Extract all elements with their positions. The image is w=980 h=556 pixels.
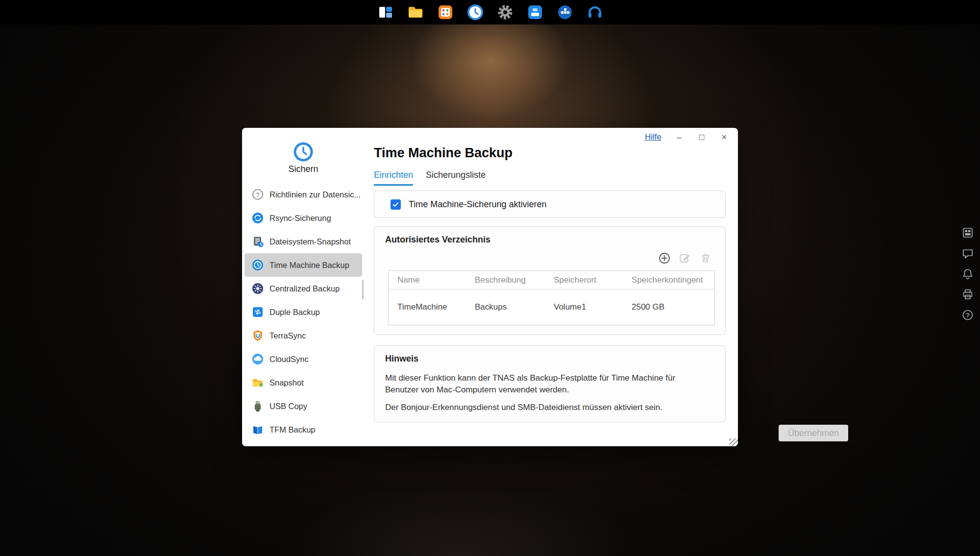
- sidebar-item-duple-backup[interactable]: Duple Backup: [245, 300, 362, 324]
- sidebar-scrollbar[interactable]: [362, 280, 364, 299]
- edit-icon[interactable]: [678, 251, 692, 265]
- sidebar-item-label: Rsync-Sicherung: [270, 214, 331, 223]
- tfm-backup-icon: [251, 423, 264, 436]
- authorized-directory-title: Autorisiertes Verzeichnis: [385, 235, 490, 245]
- printer-icon[interactable]: [961, 288, 974, 301]
- cell-quota: 2500 GB: [623, 290, 714, 325]
- cell-description: Backups: [466, 290, 545, 325]
- sidebar-item-label: Dateisystem-Snapshot: [270, 237, 351, 246]
- tab-bar: Einrichten Sicherungsliste: [374, 170, 486, 186]
- taskbar: [0, 0, 980, 24]
- table-header-row: Name Beschreibung Speicherort Speicherko…: [389, 271, 714, 290]
- sidebar-item-tfm-backup[interactable]: TFM Backup: [245, 418, 362, 441]
- hint-text-2: Der Bonjour-Erkennungsdienst und SMB-Dat…: [385, 402, 710, 413]
- table-row[interactable]: TimeMachine Backups Volume1 2500 GB: [389, 290, 714, 325]
- sidebar-item-label: Richtlinien zur Datensic...: [270, 190, 361, 199]
- backup-clock-icon[interactable]: [466, 3, 484, 21]
- minimize-button[interactable]: –: [674, 132, 684, 142]
- authorized-directory-card: Autorisiertes Verzeichnis Name Beschreib…: [374, 226, 726, 335]
- sidebar-item-centralized-backup[interactable]: Centralized Backup: [245, 277, 362, 300]
- terrasync-icon: [251, 329, 264, 342]
- filesystem-snapshot-icon: [251, 235, 264, 248]
- widgets-icon[interactable]: [961, 226, 974, 239]
- delete-icon[interactable]: [699, 251, 712, 265]
- sidebar-item-cloudsync[interactable]: CloudSync: [245, 347, 362, 371]
- authorized-directory-table: Name Beschreibung Speicherort Speicherko…: [388, 270, 715, 325]
- desktop-side-panel: ?: [961, 226, 974, 321]
- sidebar-item-label: Time Machine Backup: [270, 261, 349, 270]
- notifications-icon[interactable]: [961, 267, 974, 280]
- sidebar-item-usb-copy[interactable]: USB Copy: [245, 394, 362, 418]
- cloudsync-icon: [251, 353, 264, 365]
- feedback-icon[interactable]: [961, 247, 974, 260]
- sidebar-item-time-machine-backup[interactable]: Time Machine Backup: [245, 253, 362, 277]
- docker-icon[interactable]: [556, 3, 574, 21]
- enable-checkbox[interactable]: [391, 199, 401, 210]
- policy-help-icon: ?: [251, 188, 264, 201]
- sidebar-item-label: CloudSync: [270, 355, 309, 364]
- column-header-description: Beschreibung: [466, 271, 545, 289]
- sidebar-item-label: TerraSync: [270, 331, 306, 340]
- app-label: Sichern: [242, 164, 365, 174]
- control-panel-icon[interactable]: [437, 3, 454, 21]
- sidebar-item-dateisystem-snapshot[interactable]: Dateisystem-Snapshot: [245, 230, 362, 253]
- sidebar-item-label: Centralized Backup: [270, 284, 340, 293]
- close-button[interactable]: ×: [719, 132, 729, 142]
- help-link[interactable]: Hilfe: [645, 132, 662, 142]
- enable-card: Time Machine-Sicherung aktivieren: [374, 191, 726, 218]
- hint-title: Hinweis: [385, 354, 418, 364]
- tab-einrichten[interactable]: Einrichten: [374, 170, 413, 186]
- sidebar-item-snapshot[interactable]: Snapshot: [245, 371, 362, 394]
- sidebar-item-label: Snapshot: [270, 378, 304, 387]
- app-blue-icon[interactable]: [526, 3, 544, 21]
- time-machine-backup-window: Hilfe – □ × Sichern ? Richtlinien zur Da…: [242, 128, 738, 446]
- tab-sicherungsliste[interactable]: Sicherungsliste: [426, 170, 486, 186]
- apply-button[interactable]: Übernehmen: [779, 425, 848, 441]
- sidebar: Sichern ? Richtlinien zur Datensic... Rs…: [242, 128, 365, 446]
- page-title: Time Machine Backup: [374, 145, 513, 161]
- window-manager-icon[interactable]: [377, 3, 394, 21]
- sidebar-item-label: TFM Backup: [270, 425, 316, 435]
- cell-location: Volume1: [545, 290, 623, 325]
- enable-checkbox-label: Time Machine-Sicherung aktivieren: [409, 199, 546, 210]
- column-header-name: Name: [389, 271, 466, 289]
- backup-app-icon: [293, 141, 314, 163]
- sidebar-item-label: USB Copy: [270, 402, 307, 411]
- help-circle-icon[interactable]: ?: [961, 309, 974, 321]
- sidebar-item-richtlinien[interactable]: ? Richtlinien zur Datensic...: [245, 183, 362, 206]
- svg-text:?: ?: [256, 191, 260, 198]
- sidebar-item-rsync[interactable]: Rsync-Sicherung: [245, 206, 362, 230]
- sidebar-item-terrasync[interactable]: TerraSync: [245, 324, 362, 347]
- column-header-location: Speicherort: [545, 271, 623, 289]
- column-header-quota: Speicherkontingent: [623, 271, 714, 289]
- add-icon[interactable]: [658, 251, 671, 265]
- svg-text:?: ?: [966, 312, 969, 319]
- usb-copy-icon: [251, 400, 264, 412]
- time-machine-icon: [251, 259, 264, 271]
- settings-gear-icon[interactable]: [496, 3, 514, 21]
- hint-card: Hinweis Mit dieser Funktion kann der TNA…: [374, 345, 726, 422]
- rsync-icon: [251, 212, 264, 224]
- file-manager-icon[interactable]: [407, 3, 424, 21]
- window-header: Hilfe – □ ×: [645, 132, 729, 142]
- sidebar-item-label: Duple Backup: [270, 308, 320, 317]
- maximize-button[interactable]: □: [697, 132, 707, 142]
- duple-backup-icon: [251, 306, 264, 318]
- hint-text-1: Mit dieser Funktion kann der TNAS als Ba…: [385, 372, 710, 396]
- centralized-backup-icon: [251, 282, 264, 295]
- support-headset-icon[interactable]: [586, 3, 604, 21]
- resize-handle[interactable]: [729, 438, 738, 446]
- snapshot-folder-icon: [251, 376, 264, 389]
- main-content: Time Machine Backup Einrichten Sicherung…: [365, 128, 738, 446]
- cell-name: TimeMachine: [389, 290, 466, 325]
- sidebar-nav: ? Richtlinien zur Datensic... Rsync-Sich…: [242, 183, 365, 441]
- table-actions: [658, 251, 712, 265]
